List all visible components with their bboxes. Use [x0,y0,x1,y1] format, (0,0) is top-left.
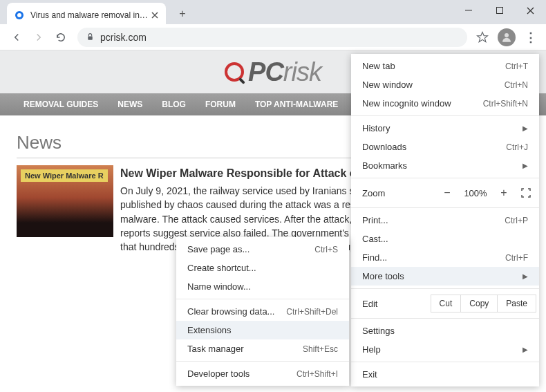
svg-rect-3 [496,8,502,14]
menu-bookmarks[interactable]: Bookmarks▶ [351,156,539,175]
menu-more-tools[interactable]: More tools▶ [351,267,539,286]
chevron-right-icon: ▶ [523,346,528,353]
nav-top-antimalware[interactable]: TOP ANTI-MALWARE [245,100,348,109]
site-logo[interactable]: PCrisk [225,57,321,87]
forward-button[interactable] [28,26,50,48]
favicon-icon [14,10,25,21]
close-window-button[interactable] [515,0,546,21]
zoom-label: Zoom [362,188,438,198]
magnifier-icon [225,62,244,82]
minimize-button[interactable] [453,0,484,21]
thumbnail-label: New Wiper Malware R [21,169,108,182]
logo-pc: PC [248,57,283,87]
edit-label: Edit [362,299,431,309]
logo-risk: risk [283,57,321,87]
chrome-menu-button[interactable]: ⋮ [521,28,540,47]
nav-news[interactable]: NEWS [108,100,152,109]
svg-point-1 [17,13,21,17]
menu-zoom-row: Zoom − 100% + [351,181,539,205]
menu-new-tab[interactable]: New tabCtrl+T [351,57,539,75]
menu-exit[interactable]: Exit [351,365,539,384]
menu-downloads[interactable]: DownloadsCtrl+J [351,138,539,156]
article-thumbnail[interactable]: New Wiper Malware R [17,165,113,237]
nav-forum[interactable]: FORUM [196,100,245,109]
submenu-task-manager[interactable]: Task managerShift+Esc [176,339,349,358]
tab-close-icon[interactable] [149,10,160,21]
back-button[interactable] [6,26,28,48]
paste-button[interactable]: Paste [497,295,536,312]
maximize-button[interactable] [484,0,515,21]
new-tab-button[interactable]: + [173,4,192,24]
window-controls [453,0,546,21]
menu-settings[interactable]: Settings [351,321,539,340]
menu-incognito[interactable]: New incognito windowCtrl+Shift+N [351,94,539,113]
fullscreen-button[interactable] [517,184,535,202]
svg-point-5 [505,33,509,37]
submenu-save-page[interactable]: Save page as...Ctrl+S [176,240,349,259]
menu-history[interactable]: History▶ [351,119,539,138]
address-bar[interactable]: pcrisk.com [77,28,467,47]
submenu-clear-data[interactable]: Clear browsing data...Ctrl+Shift+Del [176,302,349,321]
chevron-right-icon: ▶ [523,272,528,280]
title-bar: Virus and malware removal instru + [0,0,546,24]
zoom-value: 100% [460,188,491,198]
copy-button[interactable]: Copy [460,295,498,312]
star-icon[interactable] [473,28,492,47]
reload-button[interactable] [50,26,72,48]
chevron-right-icon: ▶ [523,162,528,169]
more-tools-submenu: Save page as...Ctrl+S Create shortcut...… [176,237,349,386]
submenu-dev-tools[interactable]: Developer toolsCtrl+Shift+I [176,364,349,383]
toolbar: pcrisk.com ⋮ [0,24,546,50]
menu-cast[interactable]: Cast... [351,230,539,248]
nav-blog[interactable]: BLOG [152,100,196,109]
submenu-create-shortcut[interactable]: Create shortcut... [176,259,349,277]
submenu-extensions[interactable]: Extensions [176,321,349,339]
submenu-name-window[interactable]: Name window... [176,277,349,296]
url-text: pcrisk.com [100,32,147,43]
menu-print[interactable]: Print...Ctrl+P [351,211,539,230]
menu-help[interactable]: Help▶ [351,340,539,359]
profile-avatar[interactable] [498,28,516,46]
zoom-in-button[interactable]: + [495,184,513,202]
zoom-out-button[interactable]: − [438,184,456,202]
menu-find[interactable]: Find...Ctrl+F [351,248,539,267]
cut-button[interactable]: Cut [431,295,462,312]
svg-rect-4 [88,36,93,39]
lock-icon [86,32,95,41]
browser-tab[interactable]: Virus and malware removal instru [7,3,166,27]
chrome-menu: New tabCtrl+T New windowCtrl+N New incog… [351,54,539,386]
menu-edit-row: Edit Cut Copy Paste [351,292,539,315]
tab-title: Virus and malware removal instru [30,10,149,20]
nav-removal-guides[interactable]: REMOVAL GUIDES [14,100,108,109]
menu-new-window[interactable]: New windowCtrl+N [351,75,539,94]
chevron-right-icon: ▶ [523,124,528,132]
